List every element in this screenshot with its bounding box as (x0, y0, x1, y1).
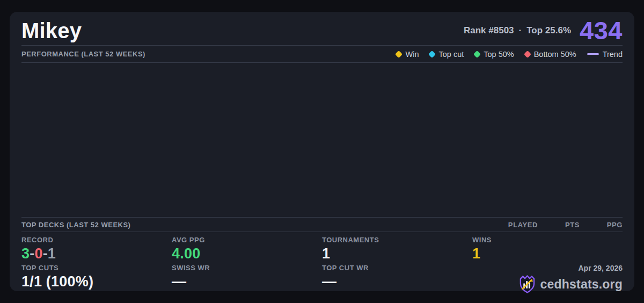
legend-label: Top cut (438, 50, 464, 59)
legend-item-top-cut: Top cut (429, 50, 464, 59)
cedhstats-logo-icon (518, 275, 536, 294)
record-value: 3-0-1 (21, 246, 172, 262)
stat-avg-ppg: AVG PPG 4.00 (172, 236, 322, 264)
wins-value: 1 (472, 246, 623, 262)
performance-chart (21, 63, 623, 218)
rank-separator: · (519, 25, 522, 36)
record-draws: 1 (48, 246, 56, 262)
legend-label: Top 50% (484, 50, 514, 59)
stat-label: TOP CUT WR (322, 264, 472, 272)
stat-label: RECORD (21, 236, 172, 244)
player-stats-card: Mikey Rank #8503 · Top 25.6% 434 PERFORM… (10, 12, 634, 291)
legend-label: Bottom 50% (534, 50, 576, 59)
column-header-ppg: PPG (580, 221, 623, 229)
tournaments-value: 1 (322, 246, 472, 262)
chart-legend: Win Top cut Top 50% Bottom 50% Trend (396, 50, 623, 59)
legend-item-bottom-50: Bottom 50% (525, 50, 576, 59)
top-percent-text: Top 25.6% (526, 25, 571, 36)
stat-record: RECORD 3-0-1 (21, 236, 172, 264)
page-background: { "page": { "background": "#0e0f14", "ca… (0, 0, 644, 303)
stat-wins: WINS 1 (472, 236, 623, 264)
stat-label: TOP CUTS (21, 264, 172, 272)
footer-branding: Apr 29, 2026 cedhstats.org (472, 264, 623, 295)
legend-label: Win (405, 50, 419, 59)
win-marker-icon (395, 50, 402, 57)
legend-item-win: Win (396, 50, 419, 59)
performance-header: PERFORMANCE (LAST 52 WEEKS) Win Top cut … (21, 46, 623, 63)
stat-top-cut-wr: TOP CUT WR — (322, 264, 472, 295)
brand-row: cedhstats.org (518, 275, 623, 294)
top-cut-marker-icon (428, 50, 436, 57)
top-50-marker-icon (473, 50, 481, 57)
legend-label: Trend (603, 50, 623, 59)
record-wins: 3 (21, 246, 30, 262)
top-decks-title: TOP DECKS (LAST 52 WEEKS) (21, 221, 130, 229)
stat-label: SWISS WR (172, 264, 322, 272)
legend-item-top-50: Top 50% (474, 50, 514, 59)
column-header-pts: PTS (538, 221, 580, 229)
column-header-played: PLAYED (495, 221, 538, 229)
stat-top-cuts: TOP CUTS 1/1 (100%) (21, 264, 172, 295)
header-right: Rank #8503 · Top 25.6% 434 (464, 18, 623, 44)
record-separator: - (43, 246, 48, 262)
stat-label: WINS (472, 236, 623, 244)
brand-name: cedhstats.org (540, 277, 623, 292)
record-losses: 0 (34, 246, 42, 262)
top-cut-wr-value: — (322, 273, 472, 290)
player-score: 434 (580, 18, 623, 44)
rank-line: Rank #8503 · Top 25.6% (464, 25, 571, 36)
top-cuts-value: 1/1 (100%) (21, 273, 172, 290)
legend-item-trend: Trend (587, 50, 623, 59)
rank-text: Rank #8503 (464, 25, 514, 36)
avg-ppg-value: 4.00 (172, 246, 322, 262)
stats-grid: RECORD 3-0-1 AVG PPG 4.00 TOURNAMENTS 1 … (21, 232, 623, 295)
top-decks-columns: PLAYED PTS PPG (495, 221, 623, 229)
player-name: Mikey (21, 19, 82, 43)
bottom-50-marker-icon (524, 50, 531, 57)
stat-tournaments: TOURNAMENTS 1 (322, 236, 472, 264)
top-decks-header: TOP DECKS (LAST 52 WEEKS) PLAYED PTS PPG (21, 218, 623, 232)
trend-line-icon (587, 53, 599, 55)
generated-date: Apr 29, 2026 (579, 264, 623, 272)
card-header: Mikey Rank #8503 · Top 25.6% 434 (21, 12, 623, 46)
stat-label: AVG PPG (172, 236, 322, 244)
swiss-wr-value: — (172, 273, 322, 290)
stat-label: TOURNAMENTS (322, 236, 472, 244)
stat-swiss-wr: SWISS WR — (172, 264, 322, 295)
performance-title: PERFORMANCE (LAST 52 WEEKS) (21, 50, 145, 58)
